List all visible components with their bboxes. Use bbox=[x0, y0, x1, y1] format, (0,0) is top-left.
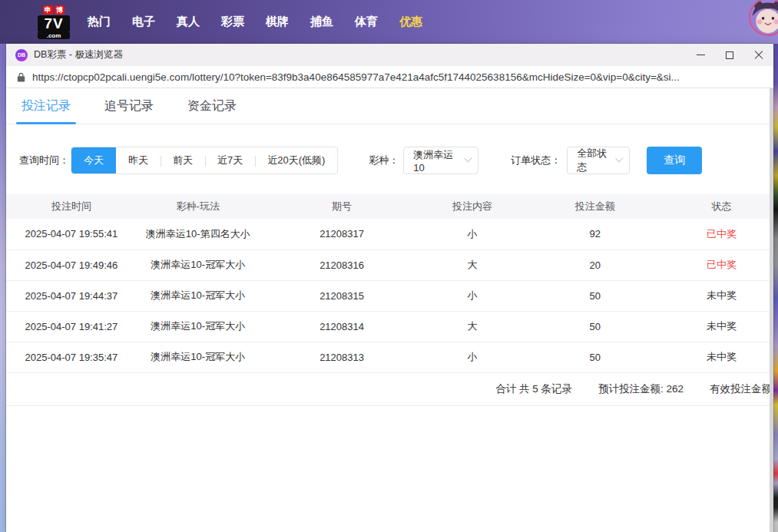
nav-item-live[interactable]: 真人 bbox=[177, 15, 200, 29]
table-row: 2025-04-07 19:55:41 澳洲幸运10-第四名大小 2120831… bbox=[6, 219, 773, 249]
header-bet-time: 投注时间 bbox=[6, 194, 137, 219]
search-button[interactable]: 查询 bbox=[647, 147, 702, 174]
tab-bet-records[interactable]: 投注记录 bbox=[22, 88, 71, 124]
scrollbar[interactable] bbox=[770, 88, 773, 532]
window-controls bbox=[686, 44, 773, 66]
header-status: 状态 bbox=[670, 194, 773, 219]
order-status-select[interactable]: 全部状态 bbox=[567, 147, 630, 174]
cell-game-play: 澳洲幸运10-第四名大小 bbox=[137, 219, 260, 249]
page-edge-right bbox=[773, 44, 778, 532]
user-avatar[interactable] bbox=[749, 0, 778, 36]
avatar-cartoon-face bbox=[750, 0, 778, 35]
record-tab-bar: 投注记录 追号记录 资金记录 bbox=[6, 88, 773, 124]
window-title-bar[interactable]: DB DB彩票 - 极速浏览器 bbox=[6, 44, 773, 66]
site-nav-menu: 热门 电子 真人 彩票 棋牌 捕鱼 体育 优惠 bbox=[88, 15, 422, 29]
table-row: 2025-04-07 19:44:37 澳洲幸运10-冠军大小 21208315… bbox=[6, 280, 773, 311]
cell-issue: 21208317 bbox=[260, 219, 425, 249]
time-filter-label: 查询时间： bbox=[19, 154, 69, 167]
tab-chase-records[interactable]: 追号记录 bbox=[104, 88, 154, 124]
minimize-icon bbox=[697, 55, 705, 55]
cell-issue: 21208316 bbox=[260, 249, 425, 280]
maximize-icon bbox=[726, 51, 733, 59]
cell-bet-time: 2025-04-07 19:44:37 bbox=[6, 280, 137, 311]
cell-bet-content: 大 bbox=[424, 311, 520, 342]
cell-bet-content: 大 bbox=[424, 249, 520, 280]
close-icon bbox=[754, 51, 763, 60]
nav-item-hot[interactable]: 热门 bbox=[88, 15, 111, 29]
cell-bet-time: 2025-04-07 19:55:41 bbox=[6, 219, 137, 249]
address-bar[interactable]: https://ctopcp02pcali.uengi5e.com/lotter… bbox=[6, 66, 773, 88]
lottery-filter-label: 彩种： bbox=[369, 154, 399, 167]
cell-bet-amount: 92 bbox=[520, 219, 670, 249]
site-logo[interactable]: 申 博 7V .com bbox=[37, 5, 71, 39]
nav-item-board[interactable]: 棋牌 bbox=[266, 15, 289, 29]
logo-suffix: .com bbox=[38, 32, 70, 39]
cell-bet-amount: 50 bbox=[520, 280, 670, 311]
logo-badges: 申 博 bbox=[43, 5, 65, 15]
cell-bet-content: 小 bbox=[424, 342, 520, 372]
cell-status: 已中奖 bbox=[670, 219, 773, 249]
nav-item-promo[interactable]: 优惠 bbox=[399, 15, 422, 29]
time-option-day-before[interactable]: 前天 bbox=[161, 147, 205, 173]
logo-badge-2: 博 bbox=[55, 5, 65, 15]
cell-status: 已中奖 bbox=[670, 249, 773, 280]
table-row: 2025-04-07 19:49:46 澳洲幸运10-冠军大小 21208316… bbox=[6, 249, 773, 280]
window-title: DB彩票 - 极速浏览器 bbox=[34, 48, 123, 61]
chevron-down-icon bbox=[464, 154, 472, 163]
table-row: 2025-04-07 19:41:27 澳洲幸运10-冠军大小 21208314… bbox=[6, 311, 773, 342]
url-text[interactable]: https://ctopcp02pcali.uengi5e.com/lotter… bbox=[32, 71, 680, 83]
order-status-value: 全部状态 bbox=[577, 147, 611, 174]
cell-bet-content: 小 bbox=[424, 219, 520, 249]
cell-bet-time: 2025-04-07 19:49:46 bbox=[6, 249, 137, 280]
summary-valid-amount: 有效投注金额 bbox=[710, 382, 772, 396]
cell-issue: 21208315 bbox=[260, 280, 425, 311]
page-edge-left bbox=[0, 44, 6, 532]
maximize-button[interactable] bbox=[715, 44, 744, 66]
time-option-today[interactable]: 今天 bbox=[71, 147, 116, 173]
chevron-down-icon bbox=[616, 154, 624, 163]
table-row: 2025-04-07 19:35:47 澳洲幸运10-冠军大小 21208313… bbox=[6, 342, 773, 372]
table-header-row: 投注时间 彩种-玩法 期号 投注内容 投注金额 状态 bbox=[6, 194, 773, 219]
cell-issue: 21208314 bbox=[260, 311, 425, 342]
cell-game-play: 澳洲幸运10-冠军大小 bbox=[137, 280, 260, 311]
lottery-select-value: 澳洲幸运10 bbox=[413, 148, 459, 173]
cell-bet-content: 小 bbox=[424, 280, 520, 311]
time-option-yesterday[interactable]: 昨天 bbox=[116, 147, 161, 173]
bet-records-table: 投注时间 彩种-玩法 期号 投注内容 投注金额 状态 2025-04-07 19… bbox=[6, 194, 773, 373]
cell-bet-time: 2025-04-07 19:35:47 bbox=[6, 342, 137, 372]
cell-bet-amount: 20 bbox=[520, 249, 670, 280]
cell-status: 未中奖 bbox=[670, 280, 773, 311]
header-bet-content: 投注内容 bbox=[424, 194, 520, 219]
cell-status: 未中奖 bbox=[670, 311, 773, 342]
nav-item-sports[interactable]: 体育 bbox=[355, 15, 378, 29]
minimize-button[interactable] bbox=[686, 44, 715, 66]
table-summary-row: 合计 共 5 条记录 预计投注金额: 262 有效投注金额 bbox=[6, 373, 773, 406]
cell-bet-time: 2025-04-07 19:41:27 bbox=[6, 311, 137, 342]
nav-item-slots[interactable]: 电子 bbox=[132, 15, 155, 29]
lock-icon bbox=[17, 72, 25, 82]
tab-fund-records[interactable]: 资金记录 bbox=[187, 88, 237, 124]
page-content: 投注记录 追号记录 资金记录 查询时间： 今天 昨天 前天 近7天 近20天(低… bbox=[6, 88, 773, 532]
cell-bet-amount: 50 bbox=[520, 311, 670, 342]
filter-row: 查询时间： 今天 昨天 前天 近7天 近20天(低频) 彩种： 澳洲幸运10 订… bbox=[6, 147, 773, 174]
cell-bet-amount: 50 bbox=[520, 342, 670, 372]
time-option-20days[interactable]: 近20天(低频) bbox=[255, 147, 337, 173]
logo-badge-1: 申 bbox=[43, 5, 53, 15]
lottery-select[interactable]: 澳洲幸运10 bbox=[403, 147, 478, 174]
nav-item-lottery[interactable]: 彩票 bbox=[221, 15, 244, 29]
cell-game-play: 澳洲幸运10-冠军大小 bbox=[137, 249, 260, 280]
summary-expected-amount: 预计投注金额: 262 bbox=[598, 382, 684, 396]
close-button[interactable] bbox=[744, 44, 773, 66]
header-bet-amount: 投注金额 bbox=[520, 194, 670, 219]
screen: 申 博 7V .com 热门 电子 真人 彩票 棋牌 捕鱼 体育 优惠 bbox=[0, 0, 778, 532]
time-option-7days[interactable]: 近7天 bbox=[205, 147, 255, 173]
cell-game-play: 澳洲幸运10-冠军大小 bbox=[137, 311, 260, 342]
status-filter-label: 订单状态： bbox=[511, 154, 561, 167]
cell-status: 未中奖 bbox=[670, 342, 773, 372]
cell-issue: 21208313 bbox=[260, 342, 425, 372]
header-game-play: 彩种-玩法 bbox=[137, 194, 260, 219]
time-filter-group: 今天 昨天 前天 近7天 近20天(低频) bbox=[71, 147, 338, 174]
nav-item-fishing[interactable]: 捕鱼 bbox=[310, 15, 333, 29]
site-top-nav: 申 博 7V .com 热门 电子 真人 彩票 棋牌 捕鱼 体育 优惠 bbox=[0, 0, 778, 44]
summary-total-count: 合计 共 5 条记录 bbox=[495, 382, 572, 396]
